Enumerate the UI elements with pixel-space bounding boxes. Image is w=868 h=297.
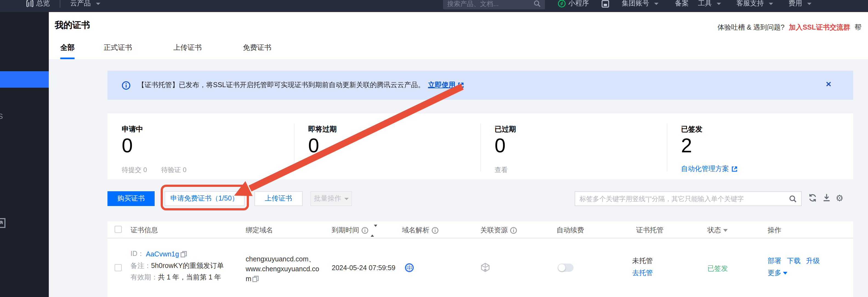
search-icon[interactable] xyxy=(789,195,797,202)
cert-table: 证书信息 绑定域名 到期时间 域名解析 关联资源 自动续费 证书托管 状态 操作 xyxy=(107,221,853,297)
stats-panel: 申请中 0 待提交 0 待验证 0 即将过期 0 已过期 0 查看 已签发 2 … xyxy=(107,113,853,179)
cert-id-label: ID： xyxy=(130,249,144,259)
cert-validity: 共 1 年，当前第 1 年 xyxy=(158,273,221,281)
chevron-down-icon xyxy=(769,2,773,5)
chevron-down-icon xyxy=(96,2,100,5)
resource-cube-icon[interactable] xyxy=(480,262,490,273)
external-link-icon xyxy=(458,82,464,88)
join-group-link[interactable]: 加入SSL证书交流群 xyxy=(789,23,850,32)
external-arrow-icon[interactable] xyxy=(0,218,5,228)
col-cert-hosting: 证书托管 xyxy=(636,226,663,235)
cert-id-link[interactable]: AaCvwn1g xyxy=(146,250,179,258)
op-upgrade-link[interactable]: 升级 xyxy=(806,257,820,266)
stat-applying-value: 0 xyxy=(122,134,133,157)
workspace-icon xyxy=(601,0,609,7)
chevron-down-icon xyxy=(654,2,658,5)
batch-actions-button[interactable]: 批量操作 xyxy=(310,191,352,206)
tab-formal-cert[interactable]: 正式证书 xyxy=(92,43,144,59)
page-title: 我的证书 xyxy=(55,20,90,31)
feedback-text: 体验吐槽 & 遇到问题? xyxy=(717,23,785,32)
hosting-status: 未托管 xyxy=(632,257,653,266)
topbar-billing[interactable]: 费用 xyxy=(788,0,811,8)
bound-domains: chengxuyuancd.com、 www.chengxuyuancd.co … xyxy=(246,254,319,284)
automation-link[interactable]: 自动化管理方案 xyxy=(681,164,737,174)
divider xyxy=(480,123,481,171)
topbar-overview[interactable]: 总览 xyxy=(26,0,50,8)
search-icon[interactable] xyxy=(533,0,540,7)
topbar-search[interactable] xyxy=(443,0,545,9)
chevron-down-icon xyxy=(783,272,787,274)
buy-cert-button[interactable]: 购买证书 xyxy=(107,191,155,206)
copy-icon[interactable] xyxy=(181,251,187,257)
chevron-down-icon xyxy=(807,2,811,5)
hosting-banner: 【证书托管】已发布，将SSL证书开启托管即可实现证书到期前自动更新关联的腾讯云云… xyxy=(107,71,853,100)
auto-renew-toggle[interactable] xyxy=(558,264,574,272)
col-dns-resolve: 域名解析 xyxy=(402,226,439,235)
mini-program-icon xyxy=(557,0,566,8)
cert-note-label: 备注： xyxy=(130,262,151,270)
stat-applying-label: 申请中 xyxy=(122,124,143,134)
table-row: ID： AaCvwn1g 备注：5h0rowKY的重颁发订单 有效期：共 1 年… xyxy=(107,238,853,297)
refresh-icon[interactable] xyxy=(808,193,817,202)
left-sidebar: S xyxy=(0,12,49,297)
row-checkbox[interactable] xyxy=(115,264,122,271)
col-auto-renew: 自动续费 xyxy=(557,226,584,235)
help-link-partial[interactable]: 帮 xyxy=(855,23,861,32)
info-icon xyxy=(122,81,130,90)
hosting-action-link[interactable]: 去托管 xyxy=(632,268,653,278)
copy-icon[interactable] xyxy=(252,276,259,282)
external-link-icon xyxy=(731,166,737,172)
cert-validity-label: 有效期： xyxy=(130,273,158,281)
select-all-checkbox[interactable] xyxy=(115,226,122,233)
topbar-divider xyxy=(60,0,60,7)
sort-icon[interactable] xyxy=(371,227,377,234)
tag-filter-input[interactable] xyxy=(580,195,789,202)
dns-globe-icon[interactable] xyxy=(405,263,414,272)
stat-expiring-label: 即将过期 xyxy=(308,124,337,134)
op-more-link[interactable]: 更多 xyxy=(768,268,781,278)
info-icon xyxy=(432,227,439,234)
op-download-link[interactable]: 下载 xyxy=(787,257,801,266)
upload-cert-button[interactable]: 上传证书 xyxy=(254,191,303,206)
apply-free-cert-button[interactable]: 申请免费证书（1/50） xyxy=(164,191,245,206)
close-icon[interactable]: × xyxy=(826,79,831,89)
sidebar-item-active[interactable] xyxy=(0,71,49,88)
chevron-down-icon xyxy=(344,198,348,200)
col-cert-info: 证书信息 xyxy=(130,226,158,235)
page-header: 我的证书 体验吐槽 & 遇到问题? 加入SSL证书交流群 帮 全部 正式证书 上… xyxy=(49,12,868,59)
topbar-mini-program[interactable]: 小程序 xyxy=(557,0,589,8)
cert-note: 5h0rowKY的重颁发订单 xyxy=(151,262,224,270)
col-linked-resources: 关联资源 xyxy=(480,226,517,235)
topbar-cloud-products[interactable]: 云产品 xyxy=(70,0,100,8)
topbar-group-account[interactable]: 集团账号 xyxy=(622,0,658,8)
stat-expired-label: 已过期 xyxy=(495,124,516,134)
console-grid-icon xyxy=(26,0,33,7)
divider xyxy=(667,123,667,171)
sidebar-item-fragment[interactable]: S xyxy=(0,112,3,121)
stat-expired-view-link[interactable]: 查看 xyxy=(495,165,508,175)
tab-all[interactable]: 全部 xyxy=(55,43,80,59)
op-deploy-link[interactable]: 部署 xyxy=(768,257,781,266)
tab-upload-cert[interactable]: 上传证书 xyxy=(162,43,213,59)
download-icon[interactable] xyxy=(823,193,831,202)
filter-icon[interactable] xyxy=(723,229,727,232)
table-header: 证书信息 绑定域名 到期时间 域名解析 关联资源 自动续费 证书托管 状态 操作 xyxy=(107,221,853,238)
topbar-search-input[interactable] xyxy=(447,0,533,7)
stat-pending-submit: 待提交 0 xyxy=(122,165,147,175)
topbar-overview-label: 总览 xyxy=(36,0,50,8)
gear-icon[interactable]: ⚙ xyxy=(836,193,844,204)
stat-expired-value: 0 xyxy=(495,134,505,157)
banner-text: 【证书托管】已发布，将SSL证书开启托管即可实现证书到期前自动更新关联的腾讯云云… xyxy=(137,80,425,90)
col-status: 状态 xyxy=(707,226,727,235)
top-nav-bar: 总览 云产品 小程序 集团账号 备案 xyxy=(0,0,868,12)
screenshot-root: 总览 云产品 小程序 集团账号 备案 xyxy=(0,0,868,297)
info-icon xyxy=(361,227,369,234)
topbar-workspace[interactable] xyxy=(601,0,609,7)
tab-free-cert[interactable]: 免费证书 xyxy=(231,43,283,59)
topbar-tools[interactable]: 工具 xyxy=(698,0,721,8)
topbar-support[interactable]: 客服支持 xyxy=(736,0,773,8)
tag-filter-search[interactable] xyxy=(575,191,802,206)
banner-use-now-link[interactable]: 立即使用 xyxy=(428,80,455,90)
stat-issued-label: 已签发 xyxy=(681,124,703,134)
topbar-icp[interactable]: 备案 xyxy=(675,0,689,8)
